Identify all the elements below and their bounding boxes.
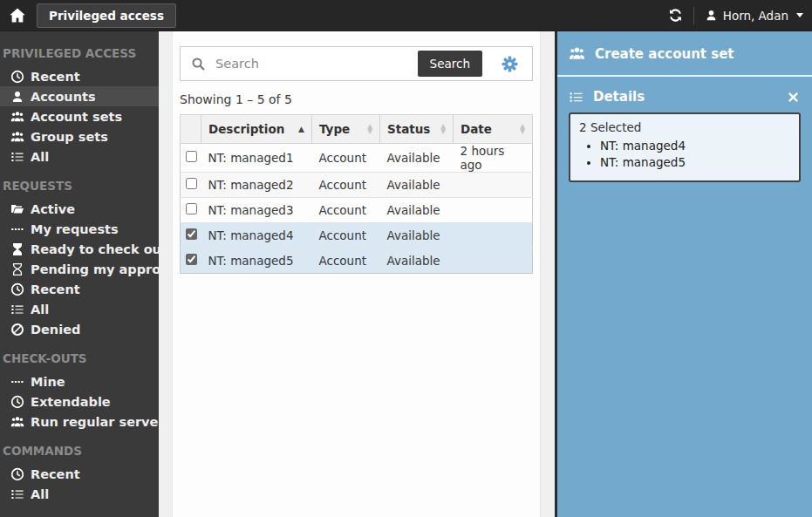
hourglass-filled-icon	[10, 242, 24, 256]
ellipsis-icon	[10, 222, 24, 236]
sidebar-item-all[interactable]: All	[0, 146, 159, 167]
main-content: Search Showing 1 – 5 of 5 Description▲Ty…	[159, 31, 555, 517]
sort-icon: ▲▼	[367, 124, 372, 134]
sidebar: PRIVILEGED ACCESSRecentAccountsAccount s…	[0, 31, 159, 517]
clock-icon	[10, 282, 24, 296]
sidebar-item-label: Pending my approval	[31, 262, 159, 276]
column-header-description[interactable]: Description▲	[201, 115, 312, 144]
users-icon	[10, 415, 24, 429]
table-body: NT: managed1AccountAvailable2 hours agoN…	[181, 144, 533, 274]
list-icon	[10, 487, 24, 501]
sort-icon: ▲▼	[440, 124, 446, 134]
sidebar-item-all[interactable]: All	[0, 484, 159, 504]
cell-date	[454, 223, 533, 248]
sort-asc-icon: ▲	[298, 125, 304, 133]
sidebar-item-active[interactable]: Active	[0, 199, 159, 219]
hourglass-outline-icon	[10, 262, 24, 276]
cell-date	[454, 173, 533, 198]
sidebar-item-accounts[interactable]: Accounts	[0, 86, 159, 106]
table-row[interactable]: NT: managed1AccountAvailable2 hours ago	[181, 144, 533, 173]
create-account-set-label: Create account set	[595, 46, 734, 62]
row-checkbox[interactable]	[186, 151, 197, 162]
cell-description: NT: managed1	[201, 144, 312, 173]
details-title: Details	[593, 89, 645, 105]
row-checkbox[interactable]	[186, 203, 197, 214]
nav-section-title-commands: COMMANDS	[0, 432, 159, 464]
sidebar-item-pending-my-approval[interactable]: Pending my approval	[0, 259, 159, 279]
search-button[interactable]: Search	[418, 51, 482, 77]
table-row[interactable]: NT: managed3AccountAvailable	[181, 198, 533, 223]
sidebar-item-my-requests[interactable]: My requests	[0, 219, 159, 239]
top-bar: Privileged access Horn, Adan	[0, 0, 812, 31]
cell-date	[454, 198, 533, 223]
sidebar-item-recent[interactable]: Recent	[0, 66, 159, 86]
cell-description: NT: managed3	[201, 198, 312, 223]
cell-description: NT: managed2	[201, 173, 312, 198]
sidebar-item-label: Group sets	[31, 130, 108, 144]
sidebar-item-mine[interactable]: Mine	[0, 371, 159, 391]
nav-section-title-privileged-access: PRIVILEGED ACCESS	[0, 37, 159, 66]
sidebar-item-group-sets[interactable]: Group sets	[0, 126, 159, 146]
privileged-access-button[interactable]: Privileged access	[37, 3, 176, 28]
cell-date: 2 hours ago	[454, 144, 533, 173]
row-checkbox[interactable]	[186, 254, 197, 265]
create-account-set-button[interactable]: Create account set	[557, 31, 812, 77]
gear-icon[interactable]	[502, 56, 518, 72]
cell-type: Account	[312, 198, 380, 223]
folder-open-icon	[10, 202, 24, 216]
close-icon[interactable]	[786, 90, 801, 105]
sidebar-item-label: Account sets	[31, 110, 122, 124]
selected-item: NT: managed5	[600, 155, 790, 169]
sidebar-item-recent[interactable]: Recent	[0, 464, 159, 484]
user-icon	[10, 90, 24, 104]
table-row[interactable]: NT: managed5AccountAvailable	[181, 248, 533, 274]
sidebar-item-label: Extendable	[31, 395, 111, 409]
cell-type: Account	[312, 223, 380, 248]
sidebar-nav: PRIVILEGED ACCESSRecentAccountsAccount s…	[0, 37, 159, 504]
column-header-date[interactable]: Date▲▼	[454, 115, 533, 144]
sidebar-item-all[interactable]: All	[0, 299, 159, 319]
clock-icon	[10, 395, 24, 409]
column-header-type[interactable]: Type▲▼	[312, 115, 380, 144]
sidebar-item-ready-to-check-out[interactable]: Ready to check out	[0, 239, 159, 259]
home-button[interactable]	[9, 7, 26, 24]
selected-count: 2 Selected	[579, 120, 790, 134]
cell-type: Account	[312, 173, 380, 198]
sidebar-item-extendable[interactable]: Extendable	[0, 391, 159, 412]
sidebar-item-label: Active	[31, 202, 75, 216]
results-table: Description▲Type▲▼Status▲▼Date▲▼ NT: man…	[180, 114, 533, 274]
users-icon	[10, 130, 24, 144]
sidebar-item-run-regular-server-n[interactable]: Run regular server n5	[0, 412, 159, 432]
ellipsis-icon	[10, 375, 24, 389]
sidebar-item-account-sets[interactable]: Account sets	[0, 106, 159, 126]
sidebar-item-label: Recent	[31, 282, 80, 296]
cell-status: Available	[380, 198, 454, 223]
chevron-down-icon	[796, 13, 803, 17]
refresh-button[interactable]	[668, 8, 683, 23]
column-header-select	[181, 115, 201, 144]
column-header-status[interactable]: Status▲▼	[380, 115, 454, 144]
sidebar-item-label: Mine	[31, 375, 65, 389]
cell-status: Available	[380, 144, 454, 173]
table-row[interactable]: NT: managed2AccountAvailable	[181, 173, 533, 198]
table-row[interactable]: NT: managed4AccountAvailable	[181, 223, 533, 248]
sidebar-item-recent[interactable]: Recent	[0, 279, 159, 299]
list-icon	[569, 90, 583, 105]
sidebar-item-denied[interactable]: Denied	[0, 319, 159, 339]
clock-icon	[10, 70, 24, 84]
selected-item: NT: managed4	[600, 139, 790, 153]
row-checkbox[interactable]	[186, 178, 197, 189]
list-icon	[10, 303, 24, 316]
sidebar-item-label: All	[31, 303, 49, 316]
row-checkbox[interactable]	[186, 228, 197, 240]
search-input[interactable]	[214, 56, 418, 71]
details-header: Details	[557, 77, 812, 112]
users-icon	[10, 110, 24, 124]
nav-section-title-requests: REQUESTS	[0, 167, 159, 199]
cell-status: Available	[380, 223, 454, 248]
cell-type: Account	[312, 144, 380, 173]
search-icon	[191, 57, 206, 71]
sidebar-item-label: All	[31, 487, 49, 501]
selection-panel: Create account set Details 2 Selected NT…	[557, 31, 812, 517]
user-menu[interactable]: Horn, Adan	[705, 9, 803, 23]
